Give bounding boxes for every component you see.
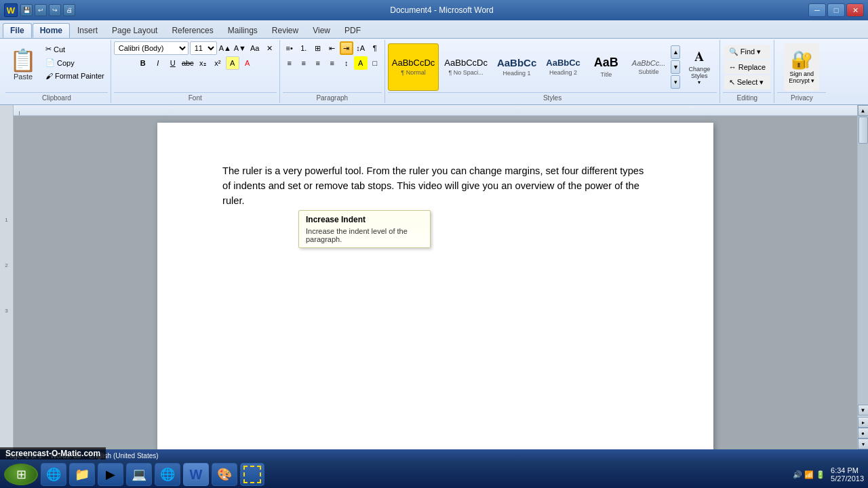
scroll-down-btn[interactable]: ▼ xyxy=(858,405,869,415)
shading-btn[interactable]: A xyxy=(354,56,368,70)
style-normal[interactable]: AaBbCcDc ¶ Normal xyxy=(388,43,439,91)
style-heading1[interactable]: AaBbCc Heading 1 xyxy=(493,43,540,91)
tab-home[interactable]: Home xyxy=(33,23,70,38)
browser-icon: 🌐 xyxy=(158,465,177,484)
show-para-btn[interactable]: ¶ xyxy=(368,41,382,55)
align-right-btn[interactable]: ≡ xyxy=(311,56,325,70)
font-row2: B I U abc x₂ x² A A xyxy=(136,56,254,70)
tab-references[interactable]: References xyxy=(165,23,220,38)
align-center-btn[interactable]: ≡ xyxy=(297,56,311,70)
align-left-btn[interactable]: ≡ xyxy=(283,56,296,70)
subscript-btn[interactable]: x₂ xyxy=(196,56,210,70)
superscript-btn[interactable]: x² xyxy=(211,56,224,70)
font-content: Calibri (Body) 11 A▲ A▼ Aa ✕ B I U abc x… xyxy=(114,41,277,92)
bullet-list-btn[interactable]: ≡• xyxy=(283,41,296,55)
minimize-btn[interactable]: ─ xyxy=(808,3,826,17)
copy-label: Copy xyxy=(57,59,75,67)
undo-quick-btn[interactable]: ↩ xyxy=(35,4,47,16)
select-btn[interactable]: ↖ Select ▾ xyxy=(724,75,770,89)
style-subtitle[interactable]: AaBbCc... Subtitle xyxy=(628,43,670,91)
font-size-select[interactable]: 11 xyxy=(190,41,217,55)
scroll-up-btn[interactable]: ▲ xyxy=(858,105,869,116)
sort-btn[interactable]: ↕A xyxy=(354,41,368,55)
taskbar-screencast-btn[interactable]: 💻 xyxy=(126,463,152,486)
tab-file[interactable]: File xyxy=(3,23,32,38)
ruler-line xyxy=(19,111,852,115)
style-normal-label: ¶ Normal xyxy=(401,69,425,76)
style-scroll-up[interactable]: ▲ xyxy=(671,45,680,59)
style-title-preview: AaB xyxy=(594,56,618,70)
taskbar-explorer-btn[interactable]: 📁 xyxy=(69,463,95,486)
justify-btn[interactable]: ≡ xyxy=(326,56,339,70)
change-case-btn[interactable]: Aa xyxy=(248,41,262,55)
status-bar: Page: 1 of 1 Words: 38 English (United S… xyxy=(0,449,868,462)
font-color-btn[interactable]: A xyxy=(241,56,254,70)
grow-font-btn[interactable]: A▲ xyxy=(218,41,232,55)
highlight-btn[interactable]: A xyxy=(226,56,239,70)
close-btn[interactable]: ✕ xyxy=(846,3,864,17)
clear-format-btn[interactable]: ✕ xyxy=(263,41,277,55)
vertical-scrollbar[interactable]: ▲ ▼ ▸ ● ▾ xyxy=(857,105,868,449)
decrease-indent-btn[interactable]: ⇤ xyxy=(326,41,339,55)
cut-button[interactable]: ✂ Cut xyxy=(42,43,108,56)
top-ruler xyxy=(14,105,857,116)
media-icon: ▶ xyxy=(101,465,120,484)
tab-mailings[interactable]: Mailings xyxy=(221,23,264,38)
document-text[interactable]: The ruler is a very powerful tool. From … xyxy=(222,163,648,208)
clipboard-group-label: Clipboard xyxy=(5,92,108,102)
scroll-extra-btn3[interactable]: ▾ xyxy=(858,439,869,449)
tab-pdf[interactable]: PDF xyxy=(338,23,368,38)
word-page[interactable]: The ruler is a very powerful tool. From … xyxy=(157,123,713,449)
italic-btn[interactable]: I xyxy=(151,56,165,70)
replace-btn[interactable]: ↔ Replace xyxy=(724,60,770,74)
save-quick-btn[interactable]: 💾 xyxy=(20,4,33,16)
tab-review[interactable]: Review xyxy=(265,23,305,38)
taskbar-word-btn[interactable]: W xyxy=(183,463,209,486)
style-more[interactable]: ▾ xyxy=(671,75,680,89)
taskbar-media-btn[interactable]: ▶ xyxy=(98,463,123,486)
para-row2: ≡ ≡ ≡ ≡ ↕ A □ xyxy=(283,56,382,70)
tab-insert[interactable]: Insert xyxy=(71,23,104,38)
style-heading2[interactable]: AaBbCc Heading 2 xyxy=(542,43,585,91)
change-styles-button[interactable]: 𝐀 ChangeStyles ▾ xyxy=(682,43,717,91)
sign-encrypt-icon: 🔐 xyxy=(791,49,812,70)
tab-page-layout[interactable]: Page Layout xyxy=(105,23,164,38)
line-spacing-btn[interactable]: ↕ xyxy=(340,56,353,70)
taskbar-browser-btn[interactable]: 🌐 xyxy=(155,463,180,486)
style-scroll-down[interactable]: ▼ xyxy=(671,60,680,74)
title-left: W 💾 ↩ ↪ 🖨 xyxy=(4,3,75,17)
font-group-label: Font xyxy=(114,92,277,102)
multilevel-list-btn[interactable]: ⊞ xyxy=(311,41,325,55)
font-family-select[interactable]: Calibri (Body) xyxy=(114,41,189,55)
cut-icon: ✂ xyxy=(45,45,52,54)
format-painter-button[interactable]: 🖌 Format Painter xyxy=(42,70,108,82)
print-quick-btn[interactable]: 🖨 xyxy=(63,4,75,16)
scroll-extra-btn1[interactable]: ▸ xyxy=(858,417,869,428)
format-painter-label: Format Painter xyxy=(55,72,104,80)
tab-view[interactable]: View xyxy=(306,23,337,38)
paste-button[interactable]: 📋 Paste xyxy=(5,41,41,89)
strikethrough-btn[interactable]: abc xyxy=(181,56,195,70)
shrink-font-btn[interactable]: A▼ xyxy=(233,41,247,55)
find-btn[interactable]: 🔍 Find ▾ xyxy=(724,45,770,59)
style-no-spacing[interactable]: AaBbCcDc ¶ No Spaci... xyxy=(440,43,492,91)
numbered-list-btn[interactable]: 1. xyxy=(297,41,311,55)
increase-indent-btn[interactable]: ⇥ xyxy=(340,41,353,55)
scroll-track[interactable] xyxy=(858,116,868,405)
bold-btn[interactable]: B xyxy=(136,56,150,70)
scroll-thumb[interactable] xyxy=(859,117,868,144)
maximize-btn[interactable]: □ xyxy=(827,3,845,17)
border-btn[interactable]: □ xyxy=(368,56,382,70)
copy-button[interactable]: 📄 Copy xyxy=(42,56,108,69)
taskbar-snipping-btn[interactable] xyxy=(240,463,264,486)
taskbar-ie-btn[interactable]: 🌐 xyxy=(41,463,66,486)
underline-btn[interactable]: U xyxy=(166,56,180,70)
page-container[interactable]: The ruler is a very powerful tool. From … xyxy=(14,116,857,449)
taskbar-paint-btn[interactable]: 🎨 xyxy=(212,463,237,486)
start-button[interactable]: ⊞ xyxy=(4,464,38,485)
redo-quick-btn[interactable]: ↪ xyxy=(49,4,61,16)
editing-group-label: Editing xyxy=(723,92,771,102)
style-title[interactable]: AaB Title xyxy=(586,43,627,91)
sign-encrypt-btn[interactable]: 🔐 Sign andEncrypt ▾ xyxy=(784,43,819,91)
scroll-extra-btn2[interactable]: ● xyxy=(858,428,869,439)
